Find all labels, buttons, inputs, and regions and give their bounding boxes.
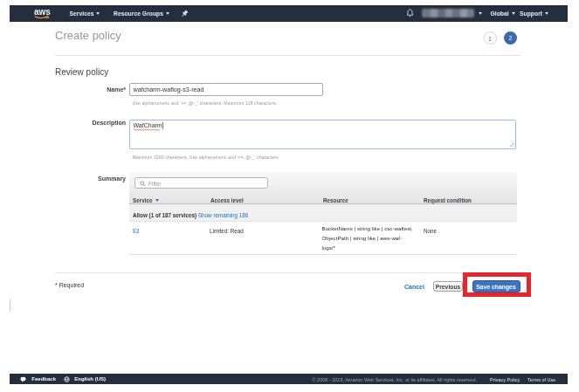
svg-text:aws: aws xyxy=(34,7,51,17)
